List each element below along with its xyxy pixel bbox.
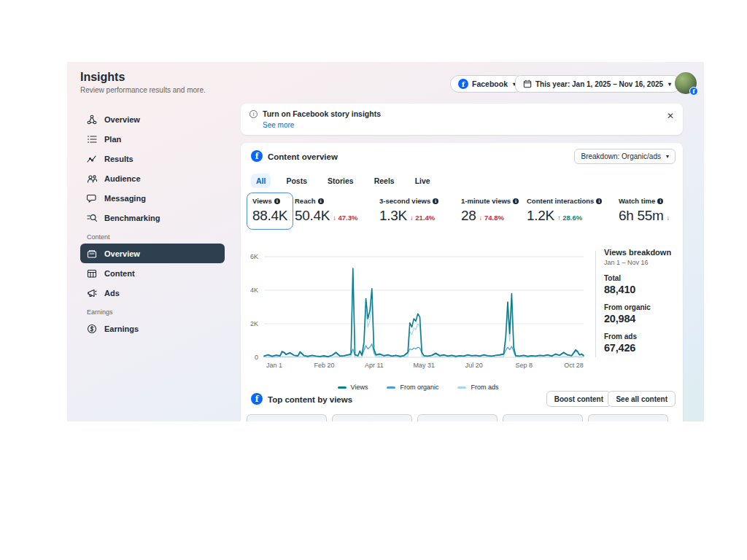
sidebar-item-label: Overview — [104, 115, 140, 124]
tab-live[interactable]: Live — [410, 174, 436, 188]
info-icon[interactable]: i — [318, 198, 324, 204]
channel-selector[interactable]: f Facebook ▾ — [450, 75, 524, 93]
page-title: Insights — [80, 71, 206, 84]
sidebar-item-label: Plan — [104, 135, 121, 144]
metric-watch-time[interactable]: Watch timei6h 55m↓ — [619, 197, 670, 224]
sidebar-item-ads[interactable]: Ads — [80, 283, 225, 303]
svg-text:0: 0 — [255, 354, 258, 361]
facebook-logo-icon: f — [251, 393, 263, 405]
sidebar: OverviewPlanResultsAudienceMessagingBenc… — [80, 109, 225, 338]
content-card-preview[interactable] — [588, 414, 668, 421]
close-icon[interactable]: ✕ — [667, 111, 674, 121]
metric-value: 1.2K — [527, 208, 554, 224]
svg-text:Oct 28: Oct 28 — [564, 362, 584, 369]
content-card-preview[interactable] — [332, 414, 412, 421]
banner-title: Turn on Facebook story insights — [263, 109, 381, 118]
legend-from-ads[interactable]: From ads — [457, 384, 498, 391]
ads-megaphone-icon — [87, 288, 97, 298]
see-all-content-button[interactable]: See all content — [608, 391, 676, 407]
legend-views[interactable]: Views — [338, 384, 368, 391]
boost-content-button[interactable]: Boost content — [546, 391, 611, 407]
content-overview-card: f Content overview Breakdown: Organic/ad… — [241, 143, 683, 421]
metric-label: Viewsi — [252, 197, 287, 205]
plan-list-icon — [87, 134, 97, 144]
chart-line-from-ads — [264, 277, 584, 357]
content-table-icon — [87, 268, 97, 279]
sidebar-item-overview[interactable]: Overview — [80, 244, 225, 263]
sidebar-item-earnings[interactable]: Earnings — [80, 319, 225, 338]
content-card-preview[interactable] — [417, 414, 498, 421]
metric-label: Watch timei — [619, 197, 670, 205]
legend-swatch-icon — [338, 386, 347, 389]
top-content-header: f Top content by views Boost content See… — [241, 391, 683, 408]
panel-divider — [595, 251, 596, 357]
date-range-selector[interactable]: This year: Jan 1, 2025 – Nov 16, 2025 ▾ — [515, 75, 679, 93]
avatar[interactable]: f — [675, 72, 697, 94]
content-overview-title: Content overview — [268, 152, 338, 161]
info-icon[interactable]: i — [596, 198, 602, 204]
breakdown-stat-value: 20,984 — [604, 313, 677, 324]
sidebar-item-label: Messaging — [104, 194, 146, 203]
chevron-down-icon: ▾ — [668, 81, 671, 88]
tab-posts[interactable]: Posts — [281, 174, 312, 188]
content-card-preview[interactable] — [503, 414, 583, 421]
tab-stories[interactable]: Stories — [322, 174, 359, 188]
sidebar-item-overview[interactable]: Overview — [80, 109, 225, 129]
facebook-badge-icon: f — [689, 87, 698, 96]
info-icon[interactable]: i — [433, 198, 438, 204]
sidebar-item-messaging[interactable]: Messaging — [80, 188, 225, 208]
channel-selector-label: Facebook — [472, 79, 508, 88]
sidebar-item-label: Ads — [104, 289, 120, 298]
metric-value: 88.4K — [252, 208, 287, 224]
svg-text:6K: 6K — [250, 253, 258, 260]
chart-line-views — [264, 268, 584, 357]
breakdown-stat-label: Total — [604, 274, 677, 282]
sidebar-item-label: Overview — [104, 249, 140, 258]
info-icon[interactable]: i — [274, 198, 280, 204]
sidebar-item-audience[interactable]: Audience — [80, 168, 225, 188]
metric-label: Content interactionsi — [527, 197, 602, 205]
overview-nodes-icon — [87, 114, 97, 125]
earnings-dollar-icon — [87, 324, 97, 334]
metric-3-second-views[interactable]: 3-second viewsi1.3K↓ 21.4% — [379, 197, 438, 224]
svg-text:Apr 11: Apr 11 — [365, 362, 384, 369]
svg-text:May 31: May 31 — [414, 362, 436, 369]
content-type-tabs: AllPostsStoriesReelsLive — [251, 174, 436, 188]
story-insights-banner: i Turn on Facebook story insights See mo… — [241, 104, 683, 135]
tab-reels[interactable]: Reels — [369, 174, 400, 188]
content-card-preview[interactable] — [247, 414, 327, 421]
facebook-logo-icon: f — [458, 79, 468, 89]
results-trend-icon — [87, 154, 97, 164]
sidebar-item-label: Audience — [104, 174, 141, 183]
metric-value: 28 — [461, 208, 476, 224]
breakdown-stat-value: 67,426 — [604, 342, 677, 354]
metric-delta: ↑ 28.6% — [557, 214, 582, 222]
facebook-logo-icon: f — [251, 150, 263, 162]
metric-views[interactable]: Viewsi88.4K — [247, 192, 293, 230]
audience-people-icon — [87, 174, 97, 184]
breakdown-selector[interactable]: Breakdown: Organic/ads ▾ — [574, 149, 676, 164]
sidebar-item-benchmarking[interactable]: Benchmarking — [80, 208, 225, 228]
breakdown-label: Breakdown: Organic/ads — [581, 152, 661, 160]
breakdown-panel-title: Views breakdown — [604, 248, 677, 257]
metric-content-interactions[interactable]: Content interactionsi1.2K↑ 28.6% — [527, 197, 602, 224]
sidebar-item-label: Results — [104, 155, 133, 163]
info-icon[interactable]: i — [657, 198, 663, 204]
sidebar-item-content[interactable]: Content — [80, 263, 225, 283]
svg-text:4K: 4K — [250, 287, 258, 294]
sidebar-item-label: Earnings — [104, 324, 139, 333]
banner-see-more-link[interactable]: See more — [263, 121, 294, 129]
top-content-cards — [247, 414, 668, 421]
metric-reach[interactable]: Reachi50.4K↓ 47.3% — [295, 197, 357, 224]
info-icon[interactable]: i — [513, 198, 519, 204]
sidebar-item-results[interactable]: Results — [80, 149, 225, 168]
breakdown-stat-label: From ads — [604, 332, 677, 341]
tab-all[interactable]: All — [251, 174, 271, 188]
legend-from-organic[interactable]: From organic — [387, 384, 438, 391]
views-chart: 02K4K6KJan 1Feb 20Apr 11May 31Jul 20Sep … — [245, 249, 595, 375]
chevron-down-icon: ▾ — [666, 153, 669, 160]
sidebar-item-plan[interactable]: Plan — [80, 129, 225, 149]
top-content-title: Top content by views — [268, 395, 352, 404]
metric-1-minute-views[interactable]: 1-minute viewsi28↓ 74.8% — [461, 197, 519, 224]
breakdown-stat-label: From organic — [604, 303, 677, 311]
